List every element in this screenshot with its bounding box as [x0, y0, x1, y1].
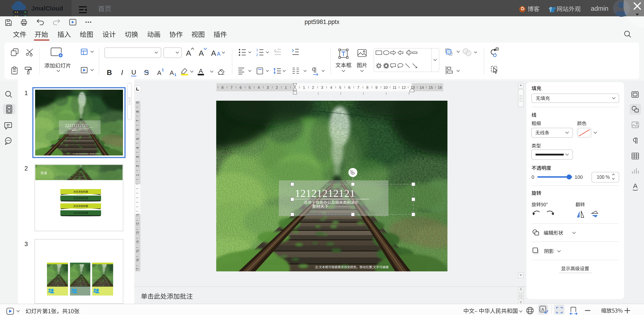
- svg-text:JmalCloud: JmalCloud: [31, 5, 63, 12]
- svg-text:2: 2: [24, 165, 28, 172]
- svg-text:16: 16: [438, 86, 442, 90]
- svg-text:1: 1: [256, 48, 258, 52]
- svg-text:A: A: [217, 51, 220, 57]
- svg-text:3: 3: [24, 241, 28, 247]
- svg-text:10: 10: [384, 86, 388, 90]
- svg-text:9: 9: [376, 86, 378, 90]
- svg-text:A: A: [633, 182, 638, 189]
- svg-text:admin: admin: [591, 5, 608, 12]
- svg-text:1: 1: [162, 68, 164, 72]
- svg-text:A: A: [170, 69, 174, 76]
- svg-text:6: 6: [240, 86, 242, 90]
- svg-text:6: 6: [348, 86, 350, 90]
- svg-text:4: 4: [258, 86, 260, 90]
- svg-text:6: 6: [136, 259, 140, 261]
- svg-text:A: A: [199, 49, 204, 57]
- svg-text:ppt5981.pptx: ppt5981.pptx: [304, 19, 340, 25]
- svg-text:1: 1: [303, 86, 305, 90]
- svg-text:A: A: [186, 49, 191, 57]
- svg-text:B: B: [107, 69, 112, 77]
- svg-text:5: 5: [136, 249, 140, 251]
- svg-text:7: 7: [230, 86, 232, 90]
- svg-text:A: A: [211, 49, 216, 57]
- svg-text:S: S: [144, 69, 149, 77]
- svg-text:1: 1: [24, 90, 28, 96]
- svg-text:8: 8: [222, 86, 224, 90]
- svg-text:5: 5: [339, 86, 341, 90]
- svg-text:1: 1: [174, 73, 176, 77]
- svg-text:0: 0: [532, 174, 534, 180]
- svg-text:5: 5: [249, 86, 251, 90]
- svg-text:1: 1: [285, 86, 287, 90]
- svg-text:A: A: [199, 68, 203, 75]
- svg-text:U: U: [131, 69, 136, 76]
- svg-text:7: 7: [357, 86, 359, 90]
- svg-text:2: 2: [136, 222, 140, 224]
- svg-text:3: 3: [321, 86, 323, 90]
- svg-text:1: 1: [136, 213, 140, 215]
- svg-text:9: 9: [136, 102, 140, 104]
- svg-text:2: 2: [312, 86, 314, 90]
- svg-text:15: 15: [429, 86, 433, 90]
- svg-text:100: 100: [575, 174, 583, 180]
- svg-text:12: 12: [402, 86, 406, 90]
- svg-text:8: 8: [366, 86, 368, 90]
- svg-text:7: 7: [136, 267, 140, 269]
- svg-text:2: 2: [256, 53, 258, 57]
- svg-text:4: 4: [136, 240, 140, 242]
- svg-text:2: 2: [276, 86, 278, 90]
- svg-text:14: 14: [420, 86, 424, 90]
- svg-text:I: I: [121, 69, 123, 77]
- svg-text:3: 3: [267, 86, 269, 90]
- svg-text:3: 3: [136, 231, 140, 233]
- svg-text:11: 11: [393, 86, 397, 90]
- svg-text:A: A: [541, 307, 544, 312]
- svg-text:A: A: [157, 69, 162, 76]
- svg-text:4: 4: [330, 86, 332, 90]
